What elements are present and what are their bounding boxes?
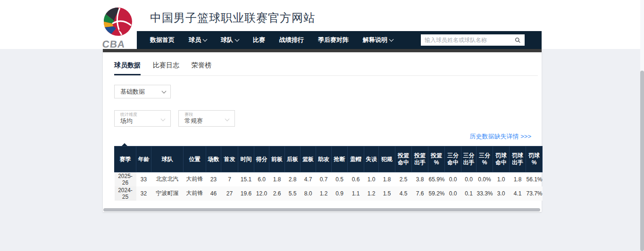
header-cell-22[interactable]: 罚球命中 — [493, 146, 510, 172]
history-data-link[interactable]: 历史数据缺失详情 >>> — [470, 133, 531, 140]
tab-2[interactable]: 荣誉榜 — [192, 61, 211, 75]
table-cell: 1.1 — [348, 186, 364, 201]
table-cell: 0.6 — [348, 172, 364, 186]
content-card: 球员数据比赛日志荣誉榜 基础数据 统计维度 场均 赛段 常规赛 历史数据缺失详情… — [103, 49, 542, 212]
table-cell: 12.0 — [254, 186, 269, 201]
nav-item-label: 季后赛对阵 — [318, 36, 349, 44]
player-stats-table: 赛季年龄球队位置场数首发时间得分前板后板篮板助攻抢断盖帽失误犯规投篮命中投篮出手… — [114, 146, 543, 201]
stage-select[interactable]: 赛段 常规赛 — [178, 110, 235, 127]
history-row: 历史数据缺失详情 >>> — [114, 132, 538, 140]
search-icon[interactable] — [515, 37, 521, 43]
cba-logo-icon: CBA — [100, 4, 136, 49]
header-cell-4[interactable]: 场数 — [206, 146, 221, 172]
table-cell: 56.1% — [526, 172, 543, 186]
stat-dimension-select[interactable]: 统计维度 场均 — [114, 110, 171, 127]
chevron-down-icon — [389, 37, 394, 41]
header-cell-24[interactable]: 罚球% — [526, 146, 543, 172]
nav-item-label: 球队 — [221, 36, 233, 44]
nav-item-label: 战绩排行 — [279, 36, 304, 44]
header-cell-18[interactable]: 投篮% — [428, 146, 445, 172]
table-cell: 4.7 — [301, 172, 316, 186]
nav-item-6[interactable]: 解释说明 — [363, 36, 393, 44]
table-cell: 3.0 — [493, 186, 510, 201]
table-header-row: 赛季年龄球队位置场数首发时间得分前板后板篮板助攻抢断盖帽失误犯规投篮命中投篮出手… — [115, 146, 543, 172]
header-cell-3[interactable]: 位置 — [184, 146, 206, 172]
table-cell: 0.9 — [332, 186, 348, 201]
table-cell: 8.0 — [301, 186, 316, 201]
header-cell-20[interactable]: 三分出手 — [461, 146, 477, 172]
table-cell: 1.2 — [364, 186, 379, 201]
header-cell-8[interactable]: 前板 — [269, 146, 285, 172]
table-cell: 0.7 — [316, 172, 332, 186]
table-cell: 2.5 — [395, 172, 412, 186]
table-cell: 1.8 — [269, 172, 285, 186]
header-cell-14[interactable]: 失误 — [364, 146, 379, 172]
header-cell-21[interactable]: 三分% — [477, 146, 493, 172]
header-cell-16[interactable]: 投篮命中 — [395, 146, 412, 172]
table-cell: 19.6 — [238, 186, 254, 201]
header-cell-10[interactable]: 篮板 — [301, 146, 316, 172]
table-cell: 1.5 — [379, 186, 395, 201]
data-type-select-value: 基础数据 — [120, 88, 162, 96]
header-cell-2[interactable]: 球队 — [151, 146, 184, 172]
stage-value: 常规赛 — [184, 117, 230, 125]
nav-item-5[interactable]: 季后赛对阵 — [318, 36, 349, 44]
table-cell: 2.8 — [285, 172, 301, 186]
stage-label: 赛段 — [184, 112, 230, 117]
nav-item-0[interactable]: 数据首页 — [150, 36, 175, 44]
table-cell: 大前锋 — [184, 172, 206, 186]
table-cell: 2024-25 — [115, 186, 136, 201]
table-cell: 33.3% — [477, 186, 493, 201]
table-cell: 15.1 — [238, 172, 254, 186]
header-cell-12[interactable]: 抢断 — [332, 146, 348, 172]
header-cell-7[interactable]: 得分 — [254, 146, 269, 172]
nav-item-label: 比赛 — [253, 36, 265, 44]
stat-dimension-value: 场均 — [120, 117, 166, 125]
vertical-scrollbar-track[interactable] — [640, 0, 644, 251]
table-cell: 27 — [221, 186, 238, 201]
chevron-down-icon — [235, 37, 240, 41]
data-type-select[interactable]: 基础数据 — [114, 85, 171, 98]
table-cell: 2.6 — [269, 186, 285, 201]
table-cell: 0.5 — [332, 172, 348, 186]
table-cell: 2025-26 — [115, 172, 136, 186]
table-cell: 65.9% — [428, 172, 445, 186]
table-cell: 4.5 — [395, 186, 412, 201]
table-cell: 59.2% — [428, 186, 445, 201]
search-input[interactable] — [425, 37, 515, 43]
nav-item-1[interactable]: 球员 — [189, 36, 207, 44]
header-cell-15[interactable]: 犯规 — [379, 146, 395, 172]
header-cell-13[interactable]: 盖帽 — [348, 146, 364, 172]
table-cell: 3.8 — [412, 172, 428, 186]
filter-row: 统计维度 场均 赛段 常规赛 — [114, 110, 538, 127]
table-cell: 0.0 — [445, 186, 461, 201]
horizontal-scrollbar[interactable] — [103, 208, 540, 211]
table-cell: 23 — [206, 172, 221, 186]
table-cell: 0.0 — [445, 172, 461, 186]
vertical-scrollbar-thumb[interactable] — [640, 71, 644, 251]
header-cell-17[interactable]: 投篮出手 — [412, 146, 428, 172]
nav-item-4[interactable]: 战绩排行 — [279, 36, 304, 44]
nav-item-label: 球员 — [189, 36, 201, 44]
main-nav: 数据首页球员球队比赛战绩排行季后赛对阵解释说明 — [137, 31, 542, 49]
nav-item-3[interactable]: 比赛 — [253, 36, 265, 44]
cba-logo[interactable]: CBA — [100, 4, 136, 49]
tab-bar: 球员数据比赛日志荣誉榜 — [114, 52, 538, 76]
header-cell-19[interactable]: 三分命中 — [445, 146, 461, 172]
tab-0[interactable]: 球员数据 — [114, 61, 141, 75]
table-cell: 46 — [206, 186, 221, 201]
site-header: CBA 中国男子篮球职业联赛官方网站 数据首页球员球队比赛战绩排行季后赛对阵解释… — [0, 0, 644, 49]
header-cell-5[interactable]: 首发 — [221, 146, 238, 172]
header-cell-1[interactable]: 年龄 — [136, 146, 151, 172]
header-cell-11[interactable]: 助攻 — [316, 146, 332, 172]
table-cell: 7.6 — [412, 186, 428, 201]
stat-dimension-label: 统计维度 — [120, 112, 166, 117]
header-cell-0[interactable]: 赛季 — [115, 146, 136, 172]
page-title: 中国男子篮球职业联赛官方网站 — [150, 10, 315, 25]
header-cell-9[interactable]: 后板 — [285, 146, 301, 172]
nav-item-2[interactable]: 球队 — [221, 36, 239, 44]
tab-1[interactable]: 比赛日志 — [153, 61, 179, 75]
table-row-0: 2025-2633北京北汽大前锋23715.16.01.82.84.70.70.… — [115, 172, 543, 186]
header-cell-23[interactable]: 罚球出手 — [510, 146, 526, 172]
header-cell-6[interactable]: 时间 — [238, 146, 254, 172]
